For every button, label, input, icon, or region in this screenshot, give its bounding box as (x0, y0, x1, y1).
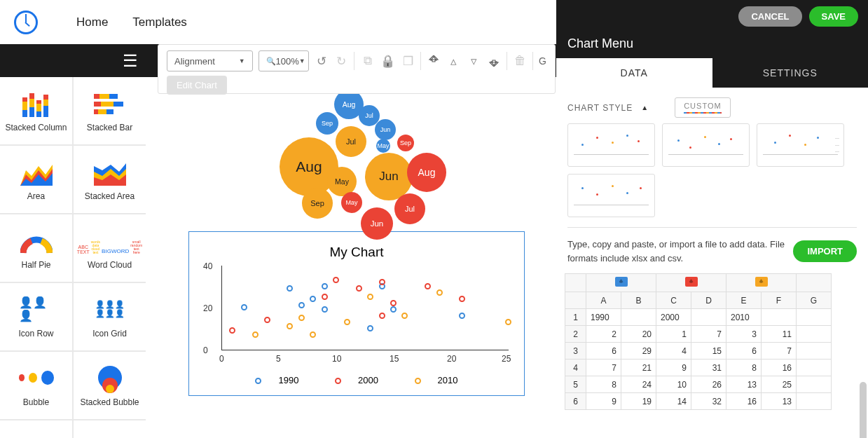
bring-front-icon[interactable] (427, 53, 441, 69)
gallery-item[interactable] (74, 420, 146, 438)
grid-cell[interactable]: 19 (621, 393, 656, 410)
gallery-stacked-bubble[interactable]: Stacked Bubble (74, 352, 146, 419)
import-button[interactable]: IMPORT (793, 240, 857, 262)
gallery-label: Icon Grid (92, 329, 127, 338)
grid-cell[interactable]: 32 (691, 393, 726, 410)
grid-cell[interactable]: 9 (656, 360, 691, 376)
grid-cell[interactable]: 16 (762, 360, 797, 376)
cancel-button[interactable]: CANCEL (738, 6, 801, 27)
my-chart[interactable]: My Chart 40 20 0 0 5 10 15 20 25 1990 20… (188, 231, 525, 396)
redo-icon[interactable] (334, 53, 348, 69)
grid-cell[interactable]: 14 (656, 393, 691, 410)
grid-cell[interactable]: 2000 (656, 309, 691, 326)
undo-icon[interactable] (315, 53, 329, 69)
gallery-bubble[interactable]: Bubble (0, 352, 72, 419)
grid-cell[interactable]: 7 (762, 343, 797, 360)
grid-cell[interactable]: 7 (691, 326, 726, 343)
grid-cell[interactable]: 25 (762, 376, 797, 393)
col-header[interactable]: C (656, 292, 691, 309)
tab-data[interactable]: DATA (556, 58, 712, 88)
gallery-area[interactable]: Area (0, 146, 72, 213)
grid-cell[interactable]: 20 (621, 326, 656, 343)
grid-cell[interactable]: 21 (621, 360, 656, 376)
grid-cell[interactable]: 29 (621, 343, 656, 360)
grid-cell[interactable]: 11 (762, 326, 797, 343)
grid-cell[interactable]: 6 (586, 343, 621, 360)
send-backward-icon[interactable] (467, 53, 481, 69)
edit-chart-button[interactable]: Edit Chart (167, 76, 227, 95)
bubble-chart[interactable]: AugJulSepJunMaySepJulAugJunAugMaySepMayJ… (158, 77, 556, 231)
gallery-stacked-bar[interactable]: Stacked Bar (74, 77, 146, 144)
gallery-stacked-column[interactable]: Stacked Column (0, 77, 72, 144)
panel-scrollbar[interactable] (860, 382, 867, 438)
grid-cell[interactable]: 15 (691, 343, 726, 360)
grid-cell[interactable]: 13 (726, 376, 762, 393)
grid-cell[interactable]: 2 (586, 326, 621, 343)
style-preset[interactable] (662, 123, 750, 167)
grid-cell[interactable]: 4 (656, 343, 691, 360)
gallery-icon-grid[interactable]: 👤👤👤👤👤👤 Icon Grid (74, 283, 146, 350)
grid-cell[interactable] (797, 309, 832, 326)
grid-cell[interactable]: 7 (586, 360, 621, 376)
grid-cell[interactable]: 10 (656, 376, 691, 393)
grid-cell[interactable]: 8 (586, 376, 621, 393)
zoom-dropdown[interactable]: 🔍 100% ▼ (259, 50, 309, 71)
grid-cell[interactable]: 3 (726, 326, 762, 343)
gallery-stacked-area[interactable]: Stacked Area (74, 146, 146, 213)
canvas[interactable]: AugJulSepJunMaySepJulAugJunAugMaySepMayJ… (158, 77, 556, 438)
grid-cell[interactable]: 1 (656, 326, 691, 343)
lock-icon[interactable] (380, 53, 395, 69)
style-preset[interactable] (567, 123, 655, 167)
logo[interactable] (14, 11, 38, 34)
col-header[interactable]: E (726, 292, 762, 309)
gallery-label: Stacked Column (5, 123, 67, 132)
save-button[interactable]: SAVE (809, 6, 858, 27)
grid-cell[interactable] (797, 343, 832, 360)
data-grid[interactable]: A B C D E F G 1199020002010 222017311362… (565, 273, 832, 410)
gallery-item[interactable]: ⋯ (0, 420, 72, 438)
grid-cell[interactable]: 13 (762, 393, 797, 410)
col-header[interactable]: G (797, 292, 832, 309)
col-header[interactable]: A (586, 292, 621, 309)
trash-icon[interactable] (513, 53, 527, 69)
gallery-word-cloud[interactable]: ABC TEXT words data cloud text BIGWORD s… (74, 214, 146, 282)
nav-templates[interactable]: Templates (132, 15, 186, 29)
x-tick: 5 (276, 354, 281, 364)
grid-cell[interactable]: 31 (691, 360, 726, 376)
bring-forward-icon[interactable] (447, 53, 461, 69)
grid-cell[interactable] (797, 326, 832, 343)
grid-cell[interactable] (797, 376, 832, 393)
grid-cell[interactable]: 9 (586, 393, 621, 410)
grid-cell[interactable] (797, 360, 832, 376)
style-preset[interactable]: ——— (757, 123, 844, 167)
grid-cell[interactable] (762, 309, 797, 326)
col-header[interactable]: D (691, 292, 726, 309)
bubble: Sep (397, 135, 414, 151)
custom-style-button[interactable]: CUSTOM (675, 97, 730, 118)
gallery-half-pie[interactable]: Half Pie (0, 214, 72, 282)
tab-settings[interactable]: SETTINGS (712, 58, 869, 88)
grid-cell[interactable]: 16 (726, 393, 762, 410)
grid-cell[interactable] (621, 309, 656, 326)
collapse-icon[interactable]: ▲ (641, 104, 648, 111)
caret-down-icon: ▼ (299, 57, 305, 64)
gallery-icon-row[interactable]: 👤👤👤 Icon Row (0, 283, 72, 350)
copy-icon[interactable] (360, 53, 374, 69)
data-point (287, 323, 293, 329)
nav-home[interactable]: Home (76, 15, 108, 29)
col-header[interactable]: F (762, 292, 797, 309)
grid-cell[interactable]: 24 (621, 376, 656, 393)
grid-cell[interactable] (691, 309, 726, 326)
grid-cell[interactable]: 8 (726, 360, 762, 376)
grid-cell[interactable]: 1990 (586, 309, 621, 326)
grid-cell[interactable]: 26 (691, 376, 726, 393)
duplicate-icon[interactable] (401, 53, 415, 69)
send-back-icon[interactable] (486, 53, 500, 69)
col-header[interactable]: B (621, 292, 656, 309)
style-preset[interactable] (567, 174, 655, 217)
hamburger-icon[interactable]: ☰ (123, 53, 138, 69)
grid-cell[interactable] (797, 393, 832, 410)
grid-cell[interactable]: 2010 (726, 309, 762, 326)
alignment-dropdown[interactable]: Alignment ▼ (167, 50, 253, 71)
grid-cell[interactable]: 6 (726, 343, 762, 360)
